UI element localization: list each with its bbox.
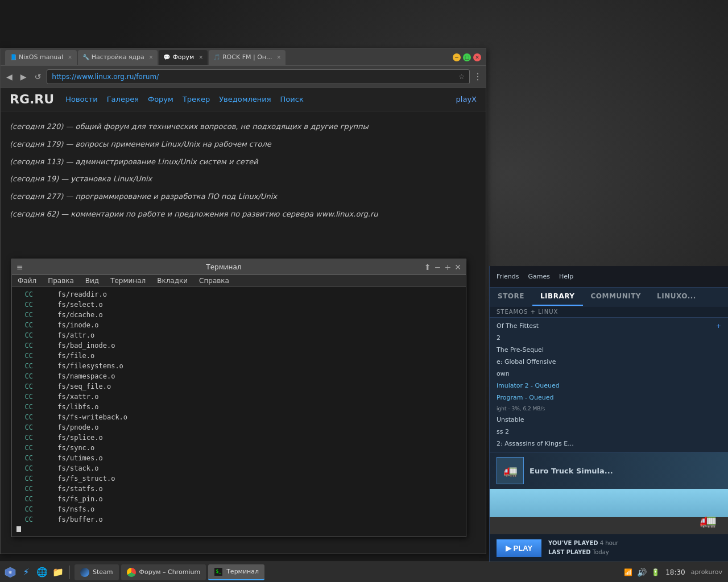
steam-game-item-3[interactable]: e: Global Offensive [490, 356, 728, 368]
tab-close-nixos[interactable]: ✕ [68, 55, 72, 60]
played-hours: 4 hour [600, 540, 618, 546]
nav-uvedomleniya[interactable]: Уведомления [219, 95, 271, 103]
terminal-maximize-button[interactable]: + [445, 263, 452, 272]
address-bar[interactable]: https://www.linux.org.ru/forum/ ☆ [47, 69, 470, 84]
nav-poisk[interactable]: Поиск [280, 95, 304, 103]
forward-button[interactable]: ▶ [18, 71, 29, 82]
tray-icon-volume[interactable]: 🔊 [637, 568, 647, 577]
nav-novosti[interactable]: Новости [65, 95, 98, 103]
steam-game-item-1[interactable]: 2 [490, 332, 728, 344]
browser-tab-radio[interactable]: 🎵 ROCK FM | Он... ✕ [209, 50, 286, 65]
steam-tab-community[interactable]: COMMUNITY [583, 288, 650, 306]
steam-tab-store[interactable]: STORE [490, 288, 532, 306]
steam-tab-library[interactable]: LIBRARY [532, 288, 583, 306]
steam-tab-linux[interactable]: LINUXO... [649, 288, 704, 306]
site-header: RG.RU Новости Галерея Форум Трекер Уведо… [1, 88, 486, 111]
terminal-close-button[interactable]: ✕ [454, 263, 461, 272]
forum-item-4: (сегодня 277) — программирование и разра… [10, 188, 477, 206]
taskbar-divider-1 [69, 566, 70, 579]
tab-close-kernel[interactable]: ✕ [149, 55, 154, 60]
back-button[interactable]: ◀ [4, 71, 15, 82]
steam-panel: Friends Games Help STORE LIBRARY COMMUNI… [489, 266, 728, 582]
terminal-line: CC fs/file.o [16, 351, 461, 361]
steam-game-item-10[interactable]: 2: Assassins of Kings E... [490, 438, 728, 450]
steam-tabs: STORE LIBRARY COMMUNITY LINUXO... [490, 288, 728, 306]
terminal-cc-label: CC [16, 516, 33, 523]
terminal-menu-tabs[interactable]: Вкладки [151, 275, 193, 286]
terminal-controls: ⬆ − + ✕ [424, 263, 461, 272]
browser-menu-button[interactable]: ⋮ [473, 71, 482, 82]
nav-forum[interactable]: Форум [148, 95, 173, 103]
terminal-menu-edit[interactable]: Правка [42, 275, 80, 286]
forum-text-5: — комментарии по работе и предложения по… [61, 210, 378, 218]
site-nav: Новости Галерея Форум Трекер Уведомления… [65, 95, 304, 103]
truck-icon: 🚛 [700, 513, 717, 529]
terminal-menu-terminal[interactable]: Терминал [105, 275, 151, 286]
browser-toolbar: ◀ ▶ ↺ https://www.linux.org.ru/forum/ ☆ … [1, 66, 486, 88]
steam-game-item-4[interactable]: own [490, 368, 728, 380]
played-prefix: YOU'VE PLAYED [548, 540, 598, 546]
terminal-cc-label: CC [16, 454, 33, 462]
forum-item-0: (сегодня 220) — общий форум для техничес… [10, 118, 477, 136]
terminal-menu-file[interactable]: Файл [12, 275, 42, 286]
browser-tab-forum[interactable]: 💬 Форум ✕ [159, 50, 208, 65]
tab-favicon-radio: 🎵 [213, 54, 220, 60]
forum-text-4: — программирование и разработка ПО под L… [65, 192, 276, 201]
steam-game-item-9[interactable]: ss 2 [490, 426, 728, 438]
terminal-body[interactable]: CC fs/readdir.o CC fs/select.o CC fs/dca… [12, 287, 466, 532]
nixos-taskbar-icon[interactable]: ❄ [3, 566, 17, 579]
tray-icon-battery[interactable]: 🔋 [651, 568, 660, 576]
tab-label-radio: ROCK FM | Он... [222, 53, 272, 61]
play-button[interactable]: ▶ PLAY [497, 539, 541, 557]
tab-favicon-forum: 💬 [163, 54, 170, 60]
browser-tab-nixos[interactable]: 📘 NixOS manual ✕ [5, 50, 77, 65]
terminal-cc-label: CC [16, 393, 33, 401]
forum-count-0: (сегодня 220) [10, 122, 63, 131]
steam-nav-help[interactable]: Help [559, 271, 573, 282]
steam-game-item-7[interactable]: ight - 3%, 6,2 MB/s [490, 404, 728, 414]
terminal-cc-label: CC [16, 321, 33, 329]
tab-close-radio[interactable]: ✕ [277, 55, 282, 60]
terminal-cc-label: CC [16, 290, 33, 298]
steam-game-item-0[interactable]: Of The Fittest + [490, 320, 728, 332]
steam-nav-games[interactable]: Games [528, 271, 550, 282]
terminal-cursor [16, 526, 21, 533]
steam-game-item-8[interactable]: Unstable [490, 414, 728, 426]
taskbar-item-chromium[interactable]: Форум – Chromium [121, 564, 206, 580]
close-button[interactable]: ✕ [473, 53, 481, 61]
steam-game-item-5[interactable]: imulator 2 - Queued [490, 380, 728, 392]
taskbar-item-steam[interactable]: Steam [75, 564, 119, 580]
app-icon-1[interactable]: ⚡ [19, 566, 33, 579]
terminal-window: ≡ Терминал ⬆ − + ✕ Файл Правка Вид Терми… [11, 259, 466, 537]
nav-galereya[interactable]: Галерея [107, 95, 139, 103]
maximize-button[interactable]: □ [463, 53, 471, 61]
site-nav-right: playX [456, 95, 477, 103]
steam-nav-friends[interactable]: Friends [497, 271, 519, 282]
terminal-menu-view[interactable]: Вид [80, 275, 105, 286]
ets-feature: 🚛 Euro Truck Simula... 🚛 ▶ PLAY YOU'VE P… [490, 452, 728, 562]
forum-text-2: — администрирование Linux/Unix систем и … [65, 157, 258, 166]
terminal-minimize-button[interactable]: − [435, 263, 441, 272]
minimize-button[interactable]: − [453, 53, 461, 61]
terminal-menu-help[interactable]: Справка [193, 275, 235, 286]
app-icon-3[interactable]: 📁 [51, 566, 65, 579]
terminal-line: CC fs/stack.o [16, 463, 461, 473]
tab-close-forum[interactable]: ✕ [198, 55, 203, 60]
nav-treker[interactable]: Трекер [183, 95, 210, 103]
terminal-line: CC fs/fs-writeback.o [16, 412, 461, 422]
steam-game-item-6[interactable]: Program - Queued [490, 392, 728, 404]
game-label-0: Of The Fittest [497, 322, 539, 330]
terminal-move-button[interactable]: ⬆ [424, 263, 431, 272]
terminal-line: CC fs/pnode.o [16, 422, 461, 433]
steam-game-item-2[interactable]: The Pre-Sequel [490, 344, 728, 356]
system-tray: 📶 🔊 🔋 [624, 568, 660, 577]
game-label-1: 2 [497, 334, 500, 342]
app-icon-2[interactable]: 🌐 [35, 566, 49, 579]
tray-icon-network[interactable]: 📶 [624, 568, 632, 576]
browser-tab-kernel[interactable]: 🔧 Настройка ядра ✕ [78, 50, 158, 65]
taskbar-item-terminal[interactable]: $_ Терминал [208, 564, 264, 580]
terminal-line: CC fs/seq_file.o [16, 381, 461, 392]
steam-taskbar-item-icon [80, 568, 89, 577]
refresh-button[interactable]: ↺ [32, 71, 44, 82]
terminal-line: CC fs/buffer.o [16, 514, 461, 525]
